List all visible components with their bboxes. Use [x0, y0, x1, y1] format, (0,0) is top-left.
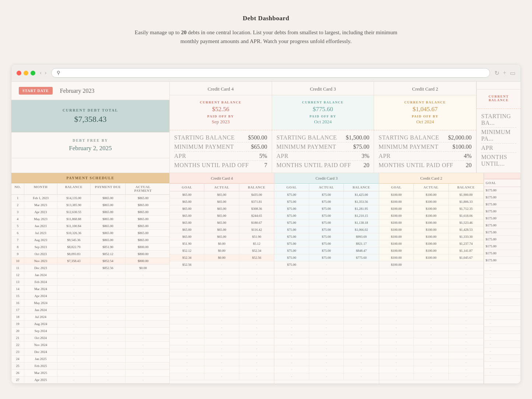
- start-date-label: START DATE: [19, 87, 53, 95]
- table-row: 19 Aug 2024 - - -: [11, 321, 169, 328]
- table-row: -: [484, 341, 521, 348]
- table-row: $100.00$100.00$1,523.46: [379, 219, 483, 226]
- table-row: $65.00$65.00$51.90: [170, 233, 274, 240]
- browser-search-bar[interactable]: ⚲: [51, 68, 490, 78]
- table-row: $175.00: [484, 229, 521, 236]
- table-row: $175.00: [484, 236, 521, 243]
- cc2-balance-value: $1,045.67: [378, 106, 472, 113]
- table-row: 3 Apr 2023 $12,630.55 $865.00 $865.00: [11, 209, 169, 216]
- cc3-paid-off-label: PAID OFF BY: [276, 114, 370, 118]
- table-row: 14 Mar 2024 - - -: [11, 286, 169, 293]
- table-row: $100.00$100.00$1,141.87: [379, 247, 483, 254]
- table-row: $175.00: [484, 187, 521, 194]
- table-row: -: [484, 327, 521, 334]
- table-row: ---: [170, 296, 274, 303]
- cc2-col-actual: ACTUAL: [414, 184, 448, 191]
- extra-cc-balance-box: CURRENT BALANCE: [477, 89, 521, 109]
- table-row: $100.00$100.00$1,900.00: [379, 191, 483, 198]
- col-actual-payment: ACTUAL PAYMENT: [126, 183, 161, 194]
- table-row: -: [484, 292, 521, 299]
- current-debt-box: CURRENT DEBT TOTAL $7,358.43: [11, 100, 169, 133]
- cc2-starting-balance-row: STARTING BALANCE $2,000.00: [378, 133, 472, 142]
- table-row: $75.00$75.00$1,138.18: [274, 219, 378, 226]
- table-row: ---: [379, 331, 483, 338]
- cc3-paid-off-value: Oct 2024: [276, 119, 370, 125]
- table-row: $65.00$65.00$180.67: [170, 219, 274, 226]
- table-row: ---: [274, 282, 378, 289]
- table-row: ---: [170, 359, 274, 366]
- share-icon[interactable]: ▭: [510, 70, 515, 77]
- cc4-schedule-header: Credit Card 4: [170, 173, 274, 184]
- dot-yellow[interactable]: [24, 71, 28, 75]
- table-row: $75.00$75.00$1,425.00: [274, 191, 378, 198]
- table-row: ---: [170, 345, 274, 352]
- table-row: ---: [379, 345, 483, 352]
- extra-cc-summary-column: CURRENT BALANCE STARTING BA... MINIMUM P…: [476, 82, 521, 173]
- table-row: 15 Apr 2024 - - -: [11, 293, 169, 300]
- cc3-balance-value: $775.60: [276, 106, 370, 113]
- table-row: ---: [274, 373, 378, 380]
- cc2-paid-off-value: Oct 2024: [378, 119, 472, 125]
- table-row: ---: [379, 324, 483, 331]
- cc2-balance-label: CURRENT BALANCE: [378, 100, 472, 104]
- table-row: 27 Apr 2025 - - -: [11, 377, 169, 384]
- table-row: ---: [274, 366, 378, 373]
- table-row: ---: [379, 282, 483, 289]
- start-date-row: START DATE February 2023: [11, 82, 169, 100]
- table-row: ---: [379, 268, 483, 275]
- table-row: ---: [274, 289, 378, 296]
- col-month: MONTH: [24, 183, 57, 194]
- forward-button[interactable]: ›: [45, 70, 46, 76]
- table-row: $52.56--: [170, 261, 274, 268]
- summary-grid: START DATE February 2023 CURRENT DEBT TO…: [11, 82, 521, 173]
- table-row: 10 Nov 2023 $7,358.43 $852.54 $800.00: [11, 258, 169, 265]
- table-row: $75.00$75.00$921.17: [274, 240, 378, 247]
- cc3-schedule-header: Credit Card 3: [274, 173, 378, 184]
- browser-nav: ‹ ›: [40, 70, 47, 76]
- table-row: -: [484, 278, 521, 285]
- current-debt-label: CURRENT DEBT TOTAL: [19, 108, 162, 112]
- page-description: Easily manage up to 20 debts in one cent…: [128, 28, 404, 46]
- schedule-grid: PAYMENT SCHEDULE NO. MONTH BALANCE PAYME…: [11, 173, 521, 384]
- cc2-min-payment-row: MINIMUM PAYMENT $100.00: [378, 142, 472, 152]
- table-row: ---: [379, 366, 483, 373]
- table-row: 2 Mar 2023 $13,385.90 $865.00 $865.00: [11, 202, 169, 209]
- table-row: $75.00$75.00$1,210.15: [274, 212, 378, 219]
- table-row: $65.00$65.00$435.00: [170, 191, 274, 198]
- dot-red[interactable]: [17, 71, 21, 75]
- table-row: $175.00: [484, 257, 521, 264]
- page-header: Debt Dashboard Easily manage up to 20 de…: [0, 0, 532, 53]
- table-row: ---: [170, 317, 274, 324]
- table-row: ---: [170, 338, 274, 345]
- cc2-col-balance: BALANCE: [449, 184, 483, 191]
- cc2-col-goal: GOAL: [379, 184, 414, 191]
- table-row: -: [484, 348, 521, 355]
- table-row: 4 May 2023 $11,868.88 $865.00 $865.00: [11, 216, 169, 223]
- refresh-icon[interactable]: ↻: [494, 70, 499, 77]
- table-row: $175.00: [484, 201, 521, 208]
- table-row: $65.00$65.00$244.65: [170, 212, 274, 219]
- table-row: -: [484, 264, 521, 271]
- add-tab-button[interactable]: +: [503, 70, 506, 77]
- table-row: 1 Feb 1, 2023 $14,135.00 $865.00 $865.00: [11, 195, 169, 202]
- cc3-col-goal: GOAL: [274, 184, 309, 191]
- table-row: 9 Oct 2023 $8,093.83 $852.12 $800.00: [11, 251, 169, 258]
- table-row: $100.00$100.00$1,045.67: [379, 254, 483, 261]
- cc3-schedule-col: Credit Card 3 GOAL ACTUAL BALANCE $75.00…: [274, 173, 379, 384]
- cc2-schedule-col: Credit Card 2 GOAL ACTUAL BALANCE $100.0…: [379, 173, 484, 384]
- table-row: 25 Feb 2025 - - -: [11, 363, 169, 370]
- table-row: $175.00: [484, 215, 521, 222]
- extra-schedule-col: GOAL $175.00$175.00$175.00$175.00$175.00…: [484, 173, 521, 384]
- table-row: ---: [170, 324, 274, 331]
- cc4-schedule-rows: $65.00$65.00$435.00$65.00$65.00$371.81$6…: [170, 191, 274, 380]
- cc4-balance-value: $52.56: [173, 106, 268, 113]
- table-row: $51.90$0.00$5.12: [170, 240, 274, 247]
- table-row: ---: [170, 352, 274, 359]
- table-row: 5 Jun 2023 $11,100.84 $865.00 $865.00: [11, 223, 169, 230]
- back-button[interactable]: ‹: [40, 70, 42, 76]
- browser-toolbar: ‹ › ⚲ ↻ + ▭: [11, 64, 521, 82]
- cc2-summary-column: Credit Card 2 CURRENT BALANCE $1,045.67 …: [374, 82, 476, 173]
- dot-green[interactable]: [31, 71, 35, 75]
- browser-actions: ↻ + ▭: [494, 70, 515, 77]
- cc2-apr-row: APR 4%: [378, 152, 472, 161]
